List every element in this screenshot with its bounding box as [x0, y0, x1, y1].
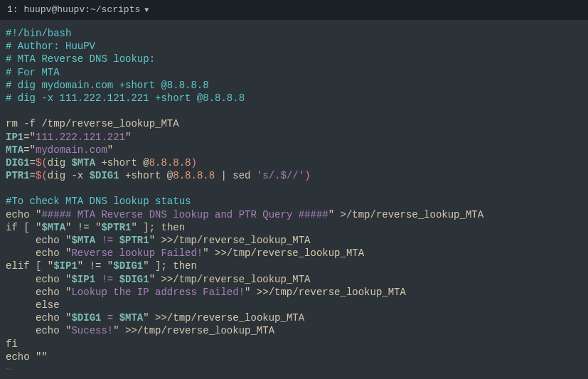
code-string: mydomain.com	[36, 144, 107, 156]
code-text: " >>/tmp/reverse_lookup_MTA	[245, 287, 406, 298]
code-line: #!/bin/bash	[6, 28, 71, 39]
code-text: " >>/tmp/reverse_lookup_MTA	[203, 247, 364, 259]
code-text: echo "	[6, 209, 41, 220]
code-text: +short @	[95, 157, 149, 169]
code-text: ="	[23, 132, 36, 143]
code-number: 8.8.8.8	[173, 170, 215, 181]
chevron-down-icon[interactable]: ▼	[144, 6, 149, 15]
code-text: " >/tmp/reverse_lookup_MTA	[328, 209, 483, 220]
code-text: +short @	[119, 170, 173, 181]
code-subst: $(	[36, 157, 48, 169]
code-text: echo ""	[6, 351, 48, 363]
code-text: " >>/tmp/reverse_lookup_MTA	[149, 274, 311, 285]
code-var: IP1	[6, 132, 23, 143]
code-var: $MTA	[71, 157, 95, 169]
code-string: 111.222.121.221	[36, 132, 125, 143]
code-var: $MTA	[119, 312, 144, 324]
code-comment: #To check MTA DNS lookup status	[6, 196, 191, 207]
code-text: " ]; then	[143, 260, 197, 272]
code-text: " >>/tmp/reverse_lookup_MTA	[143, 312, 304, 324]
code-var: $DIG1	[90, 170, 119, 181]
code-string: 's/.$//'	[257, 170, 304, 181]
terminal-content[interactable]: #!/bin/bash # Author: HuuPV # MTA Revers…	[0, 20, 588, 379]
code-text: "	[125, 132, 131, 143]
code-number: 8.8.8.8	[149, 157, 191, 169]
code-var: $PTR1	[119, 235, 149, 246]
code-string: Sucess!	[71, 325, 113, 336]
code-var: $DIG1	[113, 260, 143, 272]
code-line: # dig mydomain.com +short @8.8.8.8	[6, 80, 209, 91]
code-var: $MTA	[71, 235, 95, 246]
code-text: echo "	[6, 235, 71, 246]
code-line: # dig -x 111.222.121.221 +short @8.8.8.8	[6, 92, 245, 104]
code-line: rm -f /tmp/reverse_lookup_MTA	[6, 118, 179, 129]
code-string: !=	[95, 274, 119, 285]
code-var: $IP1	[71, 274, 95, 285]
code-text: | sed	[215, 170, 257, 181]
terminal-tab-bar[interactable]: 1: huupv@huupv:~/scripts ▼	[0, 0, 588, 20]
code-text: fi	[6, 338, 18, 350]
code-text: echo "	[6, 287, 71, 298]
code-text: else	[6, 299, 60, 311]
code-text: elif [ "	[6, 260, 53, 272]
code-text: echo "	[6, 325, 71, 336]
code-text: if [ "	[6, 222, 41, 233]
code-text: " >>/tmp/reverse_lookup_MTA	[113, 325, 274, 336]
code-subst: )	[304, 170, 310, 181]
code-var: PTR1	[6, 170, 30, 181]
code-var: $DIG1	[71, 312, 101, 324]
code-text: dig -x	[48, 170, 90, 181]
code-line: # MTA Reverse DNS lookup:	[6, 53, 155, 65]
code-var: $IP1	[53, 260, 77, 272]
code-var: MTA	[6, 144, 23, 156]
code-string: Reverse lookup Failed!	[71, 247, 203, 259]
code-text: echo "	[6, 247, 71, 259]
code-text: "	[107, 144, 113, 156]
code-text: " != "	[77, 260, 113, 272]
code-text: echo "	[6, 312, 71, 324]
code-var: DIG1	[6, 157, 30, 169]
code-subst: )	[191, 157, 196, 169]
code-string: !=	[95, 235, 119, 246]
code-text: " ]; then	[131, 222, 185, 233]
code-text: " >>/tmp/reverse_lookup_MTA	[149, 235, 311, 246]
code-text: dig	[48, 157, 72, 169]
code-line: # Author: HuuPV	[6, 41, 95, 52]
code-text: =	[30, 170, 36, 181]
code-var: $DIG1	[119, 274, 149, 285]
code-subst: $(	[36, 170, 48, 181]
terminal-tab-label: 1: huupv@huupv:~/scripts	[7, 4, 140, 16]
code-text: =	[30, 157, 36, 169]
code-line: # For MTA	[6, 67, 60, 78]
code-text: ="	[23, 144, 36, 156]
code-var: $MTA	[41, 222, 65, 233]
code-text: " != "	[65, 222, 101, 233]
code-var: $PTR1	[101, 222, 131, 233]
code-string: ##### MTA Reverse DNS lookup and PTR Que…	[41, 209, 328, 220]
code-text: echo "	[6, 274, 71, 285]
code-string: =	[101, 312, 119, 324]
code-string: Lookup the IP address Failed!	[71, 287, 245, 298]
vim-tilde: ~	[6, 364, 11, 375]
